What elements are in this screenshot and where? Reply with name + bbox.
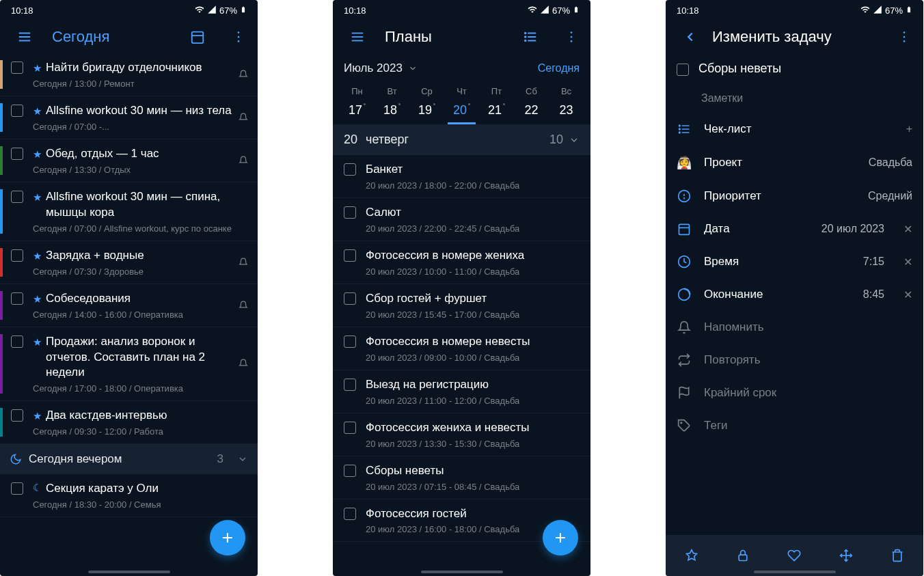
task-list: ★Найти бригаду отделочников Сегодня / 13… [0,53,258,517]
task-checkbox[interactable] [11,61,23,74]
delete-button[interactable] [882,540,912,571]
task-checkbox[interactable] [344,163,356,176]
menu-icon[interactable] [344,23,371,51]
task-checkbox[interactable] [344,465,356,477]
row-date[interactable]: Дата 20 июл 2023 ✕ [666,212,923,245]
moon-icon [10,453,22,465]
task-checkbox[interactable] [11,482,23,495]
task-item[interactable]: Сбор гостей + фуршет 20 июл 2023 / 15:45… [333,284,590,327]
screen-today: 10:18 67% Сегодня ★Найти бр [0,0,258,576]
task-item[interactable]: Фотосессия жениха и невесты 20 июл 2023 … [333,413,590,456]
priority-value: Средний [868,190,912,202]
task-item[interactable]: ★Обед, отдых — 1 час Сегодня / 13:30 / О… [0,139,258,182]
week-header: Пн 17Вт 18Ср 19Чт 20Пт 21Сб 22Вс 23 [333,83,590,124]
task-checkbox[interactable] [344,292,356,305]
task-item[interactable]: ★Найти бригаду отделочников Сегодня / 13… [0,53,258,96]
fab-add[interactable]: + [210,520,245,556]
status-bar: 10:18 67% [0,0,258,20]
svg-point-28 [679,132,681,133]
lock-button[interactable] [728,540,758,571]
task-meta: 20 июл 2023 / 09:00 - 10:00 / Свадьба [366,353,581,363]
more-icon[interactable] [891,23,918,51]
task-checkbox[interactable] [344,249,356,262]
menu-icon[interactable] [11,23,38,51]
task-item[interactable]: ★Зарядка + водные Сегодня / 07:30 / Здор… [0,241,258,284]
task-checkbox[interactable] [677,64,689,76]
today-link[interactable]: Сегодня [538,62,580,74]
moon-icon: ☾ [33,481,42,495]
fab-add[interactable]: + [543,520,578,556]
move-button[interactable] [831,540,861,571]
more-icon[interactable] [225,23,252,51]
task-item[interactable]: Выезд на регистрацию 20 июл 2023 / 11:00… [333,370,590,413]
evening-section[interactable]: Сегодня вечером 3 [0,444,258,474]
row-project[interactable]: 👰 Проект Свадьба [666,146,923,180]
day-col[interactable]: Сб 22 [514,83,549,124]
calendar-icon[interactable] [184,23,211,51]
row-tags[interactable]: Теги [666,409,923,442]
task-checkbox[interactable] [344,335,356,348]
star-icon: ★ [33,148,42,161]
task-item[interactable]: ★Allsfine workout 30 мин — спина, мышцы … [0,182,258,241]
day-col[interactable]: Пн 17 [340,83,375,124]
battery-text: 67% [885,5,903,16]
svg-point-17 [571,31,573,33]
task-item[interactable]: ★Allsfine workout 30 мин — низ тела Сего… [0,96,258,139]
task-checkbox[interactable] [11,148,23,160]
row-remind[interactable]: Напомнить [666,311,923,344]
bell-icon [239,156,248,165]
task-checkbox[interactable] [11,249,23,262]
task-item[interactable]: Сборы неветы 20 июл 2023 / 07:15 - 08:45… [333,456,590,499]
nav-handle [421,571,503,573]
task-item[interactable]: ★Два кастдев-интервью Сегодня / 09:30 - … [0,401,258,444]
task-checkbox[interactable] [344,422,356,434]
task-title[interactable]: Сборы неветы [698,61,781,76]
nav-handle [754,571,836,573]
task-checkbox[interactable] [11,105,23,117]
day-count: 10 [549,133,563,147]
day-name: Ср [409,83,444,99]
day-name: Пн [340,83,375,99]
month-selector[interactable]: Июль 2023 Сегодня [333,53,590,83]
task-item[interactable]: ☾Секция каратэ у Оли Сегодня / 18:30 - 2… [0,474,258,517]
day-col[interactable]: Вт 18 [375,83,409,124]
add-icon[interactable]: + [906,123,912,135]
task-item[interactable]: Банкет 20 июл 2023 / 18:00 - 22:00 / Сва… [333,155,590,198]
clear-icon[interactable]: ✕ [903,288,912,301]
day-section-header[interactable]: 20 четверг 10 [333,124,590,155]
task-item[interactable]: Салют 20 июл 2023 / 22:00 - 22:45 / Свад… [333,198,590,241]
row-priority[interactable]: Приоритет Средний [666,180,923,212]
task-checkbox[interactable] [344,206,356,219]
task-item[interactable]: Фотосессия в номере невесты 20 июл 2023 … [333,327,590,370]
day-col[interactable]: Пт 21 [479,83,514,124]
task-checkbox[interactable] [11,409,23,422]
task-item[interactable]: Фотосессия в номере жениха 20 июл 2023 /… [333,241,590,284]
day-col[interactable]: Чт 20 [444,83,479,124]
heart-button[interactable] [779,540,809,571]
notes-field[interactable]: Заметки [666,84,923,113]
row-checklist[interactable]: Чек-лист + [666,113,923,146]
task-title-row[interactable]: Сборы неветы [666,53,923,84]
pin-button[interactable] [677,540,707,571]
clear-icon[interactable]: ✕ [903,256,912,269]
row-time[interactable]: Время 7:15 ✕ [666,245,923,278]
row-repeat[interactable]: Повторять [666,344,923,376]
task-color-bar [0,334,3,394]
task-checkbox[interactable] [11,335,23,348]
end-value: 8:45 [863,288,884,301]
back-icon[interactable] [677,23,704,51]
day-col[interactable]: Ср 19 [409,83,444,124]
task-checkbox[interactable] [11,191,23,203]
day-col[interactable]: Вс 23 [549,83,584,124]
row-deadline[interactable]: Крайний срок [666,376,923,409]
task-item[interactable]: ★Продажи: анализ воронок и отчетов. Сост… [0,327,258,402]
task-checkbox[interactable] [11,292,23,305]
task-checkbox[interactable] [344,508,356,520]
task-item[interactable]: ★Собеседования Сегодня / 14:00 - 16:00 /… [0,284,258,327]
more-icon[interactable] [558,23,585,51]
list-icon[interactable] [517,23,544,51]
row-end[interactable]: Окончание 8:45 ✕ [666,278,923,311]
clear-icon[interactable]: ✕ [903,223,912,236]
task-checkbox[interactable] [344,379,356,391]
task-meta: Сегодня / 07:30 / Здоровье [33,266,233,277]
